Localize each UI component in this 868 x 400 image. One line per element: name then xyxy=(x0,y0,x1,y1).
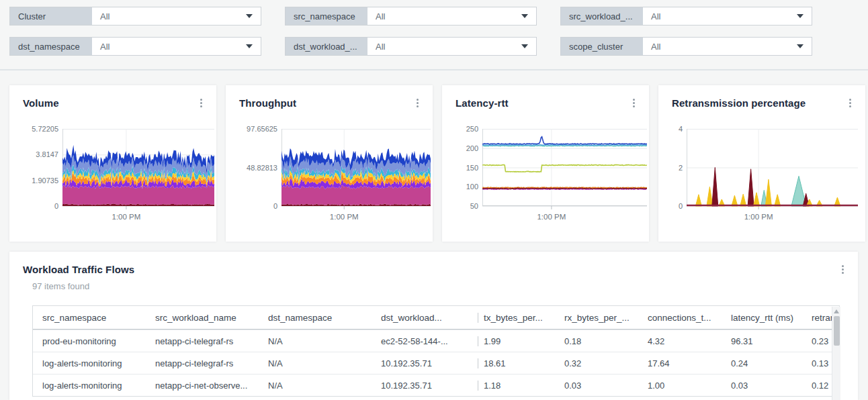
retransmission-percentage-xtick: 1:00 PM xyxy=(744,213,773,221)
throughput-title: Throughput xyxy=(239,97,296,109)
chevron-down-icon xyxy=(797,14,804,18)
retransmission-percentage-panel: Retransmission percentage4201:00 PM xyxy=(658,85,865,242)
table-cell: netapp-ci-net-observe... xyxy=(146,381,259,391)
filter-label-dst-workload: dst_workload_... xyxy=(286,38,367,55)
throughput-ytick: 97.65625 xyxy=(234,125,277,133)
throughput-xtick: 1:00 PM xyxy=(330,213,359,221)
filter-dst-namespace: dst_namespaceAll xyxy=(9,37,261,56)
column-header-5[interactable]: rx_bytes_per_... xyxy=(559,313,642,323)
filter-selected-value: All xyxy=(376,11,385,21)
latency-rtt-panel: Latency-rtt250200150100501:00 PM xyxy=(442,85,649,242)
volume-menu-button[interactable] xyxy=(195,96,207,109)
chevron-down-icon xyxy=(521,14,528,18)
filter-selected-value: All xyxy=(651,42,660,52)
filter-src-workload: src_workload_...All xyxy=(560,7,812,26)
volume-title: Volume xyxy=(23,97,59,109)
table-cell: N/A xyxy=(259,381,372,391)
filter-label-dst-namespace: dst_namespace xyxy=(10,38,92,55)
latency-rtt-ytick: 250 xyxy=(450,125,478,133)
table-cell: 1.00 xyxy=(642,381,726,391)
table-menu-button[interactable] xyxy=(836,262,849,276)
chevron-down-icon xyxy=(246,14,253,18)
column-header-3[interactable]: dst_workload... xyxy=(372,313,478,323)
table-row: log-alerts-monitoringnetapp-ci-telegraf-… xyxy=(33,352,839,374)
filter-label-scope-cluster: scope_cluster xyxy=(561,38,643,55)
volume-plot xyxy=(62,129,214,210)
table-cell: 96.31 xyxy=(726,336,806,346)
filter-label-src-workload: src_workload_... xyxy=(561,7,643,25)
table-cell: 0.32 xyxy=(559,358,642,368)
retransmission-percentage-menu-button[interactable] xyxy=(844,96,856,109)
traffic-table: src_namespacesrc_workload_namedst_namesp… xyxy=(32,305,840,397)
filter-selected-value: All xyxy=(100,42,110,52)
column-header-7[interactable]: latency_rtt (ms) xyxy=(726,313,806,323)
latency-rtt-ytick: 100 xyxy=(450,183,478,191)
filter-dropdown-dst-namespace[interactable]: All xyxy=(92,38,261,55)
throughput-plot xyxy=(281,129,431,210)
scrollbar-up-arrow-icon[interactable] xyxy=(834,309,839,313)
volume-xtick: 1:00 PM xyxy=(112,213,140,221)
throughput-menu-button[interactable] xyxy=(411,96,423,109)
column-header-1[interactable]: src_workload_name xyxy=(146,313,259,323)
network-dashboard: ClusterAllsrc_namespaceAllsrc_workload_.… xyxy=(0,0,868,400)
table-cell: netapp-ci-telegraf-rs xyxy=(146,336,259,346)
filter-cluster: ClusterAll xyxy=(9,7,261,26)
filter-dst-workload: dst_workload_...All xyxy=(285,37,537,56)
filter-scope-cluster: scope_clusterAll xyxy=(560,37,812,56)
table-cell: log-alerts-monitoring xyxy=(33,381,146,391)
retransmission-percentage-title: Retransmission percentage xyxy=(672,97,806,109)
table-cell: 4.32 xyxy=(642,336,726,346)
filter-src-namespace: src_namespaceAll xyxy=(285,7,537,26)
table-cell: netapp-ci-telegraf-rs xyxy=(146,358,259,368)
table-cell: 18.61 xyxy=(478,358,559,368)
table-row: log-alerts-monitoringnetapp-ci-net-obser… xyxy=(33,374,839,396)
column-header-4[interactable]: tx_bytes_per... xyxy=(478,313,559,323)
latency-rtt-title: Latency-rtt xyxy=(455,97,509,109)
items-found-label: 97 items found xyxy=(32,281,89,291)
table-cell: ec2-52-58-144-... xyxy=(372,336,478,346)
table-row: prod-eu-monitoringnetapp-ci-telegraf-rsN… xyxy=(33,330,839,352)
table-cell: 0.03 xyxy=(726,381,806,391)
filter-dropdown-cluster[interactable]: All xyxy=(92,7,261,25)
filter-dropdown-scope-cluster[interactable]: All xyxy=(643,38,812,55)
retransmission-percentage-ytick: 2 xyxy=(666,164,683,172)
table-cell: 10.192.35.71 xyxy=(372,381,478,391)
filter-dropdown-dst-workload[interactable]: All xyxy=(367,38,536,55)
volume-ytick: 1.90735 xyxy=(17,177,58,185)
column-header-6[interactable]: connections_t... xyxy=(642,313,726,323)
table-cell: 1.99 xyxy=(478,336,559,346)
filter-dropdown-src-workload[interactable]: All xyxy=(643,7,812,25)
filter-label-cluster: Cluster xyxy=(10,7,92,25)
volume-ytick: 0 xyxy=(17,202,58,210)
table-header-row: src_namespacesrc_workload_namedst_namesp… xyxy=(33,306,839,330)
section-divider xyxy=(0,69,868,70)
latency-rtt-ytick: 150 xyxy=(450,164,478,172)
chevron-down-icon xyxy=(797,44,804,48)
filter-label-src-namespace: src_namespace xyxy=(286,7,367,25)
latency-rtt-plot xyxy=(482,129,647,210)
table-cell: 0.03 xyxy=(559,381,642,391)
filter-dropdown-src-namespace[interactable]: All xyxy=(367,7,536,25)
table-cell: N/A xyxy=(259,336,372,346)
table-body: prod-eu-monitoringnetapp-ci-telegraf-rsN… xyxy=(33,330,839,396)
volume-ytick: 5.72205 xyxy=(17,125,58,133)
throughput-panel: Throughput97.6562548.8281301:00 PM xyxy=(226,85,433,242)
table-cell: 0.24 xyxy=(726,358,806,368)
throughput-ytick: 0 xyxy=(234,202,277,210)
latency-rtt-ytick: 200 xyxy=(450,144,478,152)
table-vertical-scrollbar[interactable] xyxy=(832,307,840,400)
retransmission-percentage-plot xyxy=(687,129,858,210)
throughput-ytick: 48.82813 xyxy=(234,164,277,172)
column-header-2[interactable]: dst_namespace xyxy=(259,313,372,323)
column-header-0[interactable]: src_namespace xyxy=(33,313,146,323)
retransmission-percentage-ytick: 4 xyxy=(666,125,683,133)
table-cell: 10.192.35.71 xyxy=(372,358,478,368)
chevron-down-icon xyxy=(521,44,528,48)
table-cell: N/A xyxy=(259,358,372,368)
scrollbar-thumb[interactable] xyxy=(834,316,840,346)
filter-selected-value: All xyxy=(100,11,110,21)
latency-rtt-menu-button[interactable] xyxy=(627,96,640,109)
table-cell: prod-eu-monitoring xyxy=(33,336,146,346)
filter-selected-value: All xyxy=(376,42,385,52)
latency-rtt-ytick: 50 xyxy=(450,202,478,210)
